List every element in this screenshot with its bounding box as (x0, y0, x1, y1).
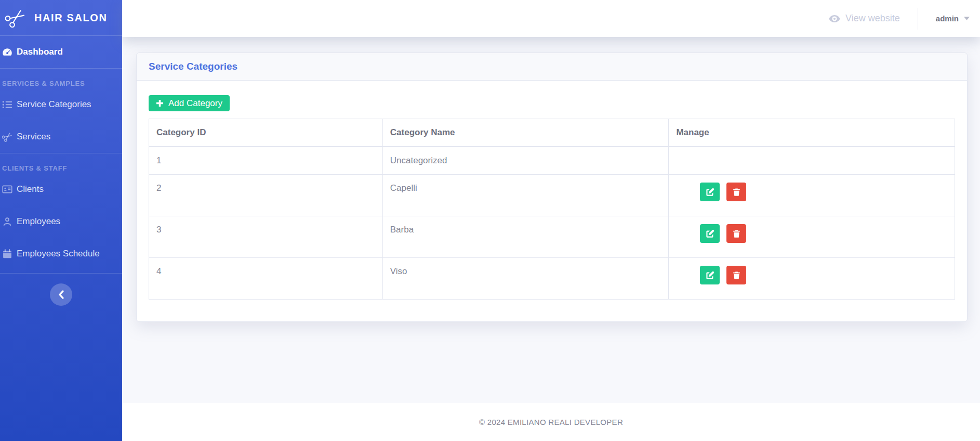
column-header-manage: Manage (669, 119, 955, 147)
delete-category-button[interactable] (726, 266, 746, 284)
list-icon (2, 99, 12, 110)
sidebar: HAIR SALON Dashboard SERVICES & SAMPLES … (0, 0, 122, 441)
trash-icon (732, 187, 741, 197)
scissors-logo-icon (5, 7, 26, 28)
topbar-divider (918, 8, 918, 30)
sidebar-item-label: Clients (17, 184, 44, 194)
manage-cell (669, 175, 955, 216)
delete-category-button[interactable] (726, 183, 746, 201)
table-row: 2 Capelli (149, 175, 955, 216)
category-name-cell: Capelli (382, 175, 669, 216)
sidebar-item-clients[interactable]: Clients (0, 173, 122, 205)
calendar-icon (2, 249, 12, 259)
categories-table: Category ID Category Name Manage 1 Uncat… (149, 119, 955, 300)
edit-icon (705, 270, 715, 280)
gauge-icon (2, 47, 12, 57)
table-row: 4 Viso (149, 258, 955, 300)
brand[interactable]: HAIR SALON (0, 0, 122, 36)
sidebar-item-label: Service Categories (17, 99, 91, 110)
table-header-row: Category ID Category Name Manage (149, 119, 955, 147)
category-name-cell: Uncategorized (382, 147, 669, 175)
trash-icon (732, 229, 741, 239)
sidebar-section-services-samples: SERVICES & SAMPLES (0, 69, 122, 88)
sidebar-footer (0, 273, 122, 306)
view-website-link[interactable]: View website (828, 12, 900, 25)
table-row: 3 Barba (149, 216, 955, 258)
copyright-text: © 2024 EMILIANO REALI DEVELOPER (479, 418, 623, 426)
add-category-button[interactable]: Add Category (149, 95, 230, 111)
sidebar-item-employees-schedule[interactable]: Employees Schedule (0, 238, 122, 270)
app-window: HAIR SALON Dashboard SERVICES & SAMPLES … (0, 0, 980, 441)
column-header-category-name: Category Name (382, 119, 669, 147)
user-icon (2, 216, 12, 227)
sidebar-item-label: Dashboard (17, 47, 63, 57)
eye-icon (828, 12, 841, 25)
main-column: View website admin Service Categories (122, 0, 980, 441)
view-website-label: View website (845, 13, 900, 24)
category-id-cell: 2 (149, 175, 383, 216)
caret-down-icon (964, 17, 970, 20)
edit-icon (705, 187, 715, 197)
sidebar-item-label: Employees Schedule (17, 249, 100, 259)
service-categories-card: Service Categories Add Category Categ (136, 53, 968, 322)
column-header-category-id: Category ID (149, 119, 383, 147)
card-body: Add Category Category ID Category Name M… (137, 81, 967, 321)
id-card-icon (2, 184, 12, 194)
edit-category-button[interactable] (700, 266, 720, 284)
sidebar-collapse-button[interactable] (50, 283, 72, 306)
sidebar-item-services[interactable]: Services (0, 121, 122, 153)
sidebar-section-clients-staff: CLIENTS & STAFF (0, 153, 122, 173)
manage-cell (669, 258, 955, 300)
add-category-label: Add Category (168, 98, 222, 109)
topbar: View website admin (122, 0, 980, 37)
category-id-cell: 1 (149, 147, 383, 175)
edit-category-button[interactable] (700, 224, 720, 243)
username-label: admin (936, 14, 959, 23)
sidebar-item-label: Services (17, 132, 50, 142)
manage-cell (669, 216, 955, 258)
brand-title: HAIR SALON (34, 12, 107, 24)
sidebar-item-employees[interactable]: Employees (0, 205, 122, 238)
category-name-cell: Viso (382, 258, 669, 300)
user-dropdown[interactable]: admin (936, 14, 974, 23)
plus-icon (156, 99, 164, 107)
sidebar-item-service-categories[interactable]: Service Categories (0, 88, 122, 121)
scissors-icon (2, 132, 12, 142)
trash-icon (732, 270, 741, 280)
edit-icon (705, 229, 715, 239)
edit-category-button[interactable] (700, 183, 720, 201)
sidebar-item-dashboard[interactable]: Dashboard (0, 36, 122, 68)
category-id-cell: 4 (149, 258, 383, 300)
page-title: Service Categories (149, 61, 237, 72)
manage-cell (669, 147, 955, 175)
card-header: Service Categories (137, 53, 967, 81)
category-id-cell: 3 (149, 216, 383, 258)
table-row: 1 Uncategorized (149, 147, 955, 175)
content-area: Service Categories Add Category Categ (122, 37, 980, 403)
footer: © 2024 EMILIANO REALI DEVELOPER (122, 403, 980, 441)
category-name-cell: Barba (382, 216, 669, 258)
delete-category-button[interactable] (726, 224, 746, 243)
sidebar-item-label: Employees (17, 216, 60, 227)
chevron-left-icon (58, 290, 64, 299)
